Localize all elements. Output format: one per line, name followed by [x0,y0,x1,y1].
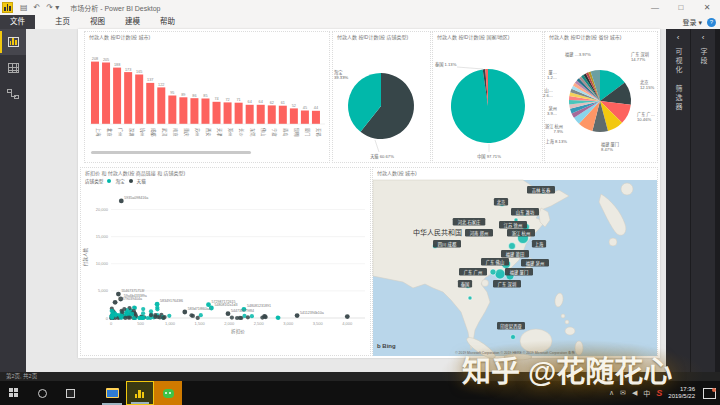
pie-country-visual[interactable]: 付款人数 按ID计数(按 国家/地区) 泰国 1.13%中国 97.71% [432,31,543,163]
scatter-point[interactable] [119,316,123,320]
bar-chart-visual[interactable]: 付款人数 按ID计数(按 城市) 208上海205北京188广州173深圳165… [84,31,330,163]
scatter-point[interactable] [113,300,118,305]
bar-chart-scrollbar[interactable] [91,151,251,154]
scatter-point[interactable] [149,313,153,317]
scatter-point[interactable] [226,311,231,316]
bar[interactable] [102,63,110,125]
scatter-point[interactable] [141,307,145,311]
scatter-point[interactable] [250,314,254,318]
map-bubble[interactable] [511,335,516,340]
pie-shoptype-chart[interactable]: 淘宝39.33%天猫 60.67% [333,44,430,162]
scatter-point[interactable] [295,313,300,318]
task-view-button[interactable] [56,381,84,405]
bing-map[interactable]: 中华人民共和国吉林 长春北京山东 潍坊河北 石家庄江苏 徐州河南 郑州浙江 杭州… [373,180,657,356]
scatter-point[interactable] [155,302,160,307]
bar[interactable] [146,83,154,124]
pie-country-chart[interactable]: 泰国 1.13%中国 97.71% [433,44,542,162]
bar[interactable] [201,99,209,125]
scatter-point[interactable] [196,316,200,320]
power-bi-taskbar-button[interactable] [126,381,154,405]
maximize-button[interactable]: □ [668,0,694,15]
scatter-point[interactable] [141,311,145,315]
scatter-point[interactable] [246,315,250,319]
scatter-point[interactable] [137,316,141,320]
scatter-point[interactable] [158,315,162,319]
model-view-button[interactable] [0,81,26,107]
bar[interactable] [224,102,232,124]
bar[interactable] [246,105,254,124]
scatter-point[interactable] [345,314,350,319]
scatter-point[interactable] [182,310,187,315]
expand-fields-icon[interactable]: ‹ [702,33,705,42]
map-visual[interactable]: 付款人数(按 城市) 中华人民共和国吉林 长春北京山东 潍坊河北 石家庄江苏 徐… [372,167,658,356]
bar[interactable] [157,87,165,124]
tab-home[interactable]: 主页 [45,15,80,29]
scatter-point[interactable] [262,314,267,319]
file-menu-button[interactable]: 文件 [0,15,35,29]
wechat-taskbar-button[interactable] [154,381,182,405]
data-view-button[interactable] [0,55,26,81]
action-center-icon[interactable] [703,388,716,399]
bar[interactable] [124,72,132,124]
pane-fields[interactable]: ‹ 字段 [691,29,715,372]
scatter-point[interactable] [146,316,150,320]
map-bubble[interactable] [468,296,472,300]
save-icon[interactable]: ▤ [20,0,28,15]
bar[interactable] [235,103,243,124]
pie-city-chart[interactable]: 广东 深圳14.77%北京12.15%广东 广…10.46%福建 厦门8.47%… [545,44,657,162]
pane-visualizations-filters[interactable]: ‹ 可视化 筛选器 [666,29,690,372]
bar[interactable] [268,105,276,124]
scatter-point[interactable] [110,309,114,313]
scatter-point[interactable] [111,315,115,319]
scatter-point[interactable] [116,292,121,297]
tab-modeling[interactable]: 建模 [115,15,150,29]
bar[interactable] [135,75,143,125]
bar[interactable] [168,96,176,125]
scatter-point[interactable] [125,312,129,316]
minimize-button[interactable]: — [642,0,668,15]
cortana-button[interactable] [28,381,56,405]
bar[interactable] [91,62,99,124]
tab-help[interactable]: 帮助 [150,15,185,29]
bar[interactable] [113,68,121,124]
expand-pane-icon[interactable]: ‹ [677,33,680,42]
map-bubble[interactable] [490,269,496,275]
scatter-point[interactable] [238,316,242,320]
map-bubble[interactable] [509,243,516,250]
report-view-button[interactable] [0,29,26,55]
scatter-chart[interactable]: 05,00010,00015,00020,00005001,0001,5002,… [81,188,370,344]
scatter-point[interactable] [189,313,193,317]
help-icon[interactable]: ? [707,18,716,27]
bar[interactable] [257,105,265,124]
scatter-point[interactable] [163,315,167,319]
scatter-point[interactable] [167,314,171,318]
bar[interactable] [179,97,187,124]
start-button[interactable] [0,381,28,405]
scatter-point[interactable] [120,310,124,314]
close-button[interactable]: ✕ [694,0,720,15]
redo-icon[interactable]: ↷ ▾ [46,0,59,15]
scatter-visual[interactable]: 折扣价 和 付款人数(按 商品链接 和 店铺类型) 店铺类型 淘宝 天猫 05,… [80,167,371,356]
scatter-point[interactable] [126,316,130,320]
pie-city-visual[interactable]: 付款人数 按ID计数(按 省份 城市) 广东 深圳14.77%北京12.15%广… [544,31,658,163]
bar-chart[interactable]: 208上海205北京188广州173深圳165杭州137成都122武汉95南京8… [85,44,329,162]
bar[interactable] [301,111,309,125]
tab-view[interactable]: 视图 [80,15,115,29]
pie-shoptype-visual[interactable]: 付款人数 按ID计数(按 店铺类型) 淘宝39.33%天猫 60.67% [332,31,431,163]
scatter-point[interactable] [153,315,157,319]
scatter-point[interactable] [230,316,234,320]
file-explorer-button[interactable] [98,381,126,405]
bar[interactable] [290,108,298,124]
bar[interactable] [190,98,198,124]
bar[interactable] [312,111,320,124]
scatter-point[interactable] [155,307,159,311]
sign-in-button[interactable]: 登录 ▾ [683,17,702,27]
scatter-point[interactable] [130,312,134,316]
map-bubble[interactable] [495,269,505,279]
bar[interactable] [213,102,221,124]
scatter-point[interactable] [119,199,124,204]
scatter-point[interactable] [276,316,280,320]
undo-icon[interactable]: ↶ [34,0,41,15]
scatter-point[interactable] [132,316,136,320]
bar[interactable] [279,106,287,124]
